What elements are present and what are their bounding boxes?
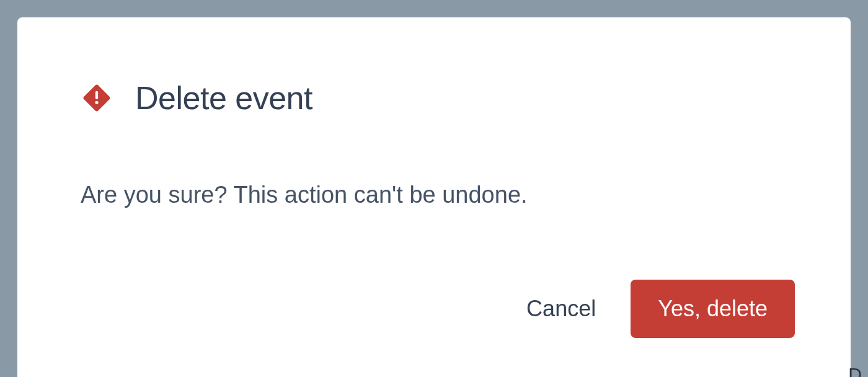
warning-icon (81, 82, 113, 114)
dialog-header: Delete event (81, 79, 795, 117)
svg-rect-1 (95, 91, 98, 99)
dialog-title: Delete event (135, 79, 312, 117)
confirmation-dialog: Delete event Are you sure? This action c… (17, 17, 851, 377)
background-letter: D (848, 364, 862, 377)
dialog-message: Are you sure? This action can't be undon… (81, 179, 795, 211)
dialog-footer: Cancel Yes, delete (81, 280, 795, 338)
confirm-delete-button[interactable]: Yes, delete (631, 280, 795, 338)
cancel-button[interactable]: Cancel (521, 281, 601, 337)
svg-point-2 (95, 101, 98, 104)
